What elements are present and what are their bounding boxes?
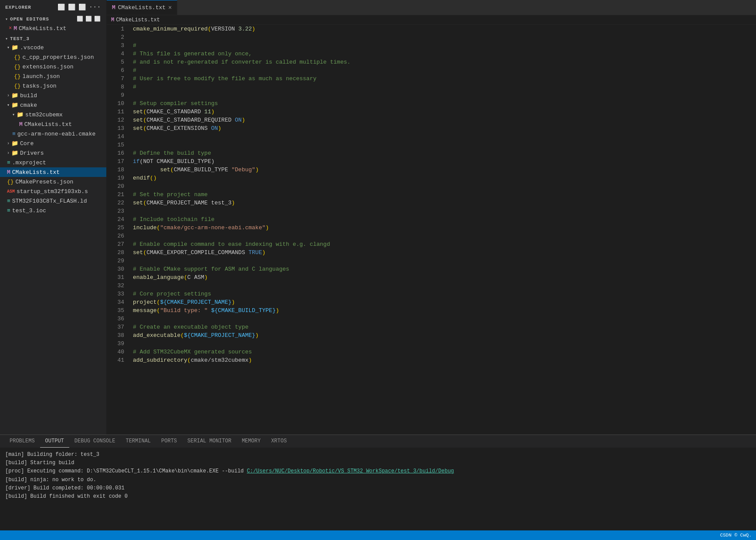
sidebar-content: ▾ OPEN EDITORS ⬜ ⬜ ⬜ × M CMakeLists.txt … [0,14,106,435]
stm32-cmake-file[interactable]: M CMakeLists.txt [0,119,106,129]
json-icon-3: {} [14,73,21,80]
cmake-folder-icon: 📁 [11,102,18,109]
core-label: Core [20,140,34,147]
open-editors-icons: ⬜ ⬜ ⬜ [77,16,101,22]
tasks-file[interactable]: {} tasks.json [0,81,106,91]
build-path-link[interactable]: C:/Users/NUC/Desktop/Robotic/VS_STM32_Wo… [247,468,454,474]
startup-file[interactable]: ASM startup_stm32f103xb.s [0,187,106,196]
collapse-all-icon[interactable]: ⬜ [78,3,86,11]
flash-ld-file[interactable]: ≡ STM32F103C8Tx_FLASH.ld [0,196,106,206]
split-icon[interactable]: ⬜ [94,16,101,22]
close-all-icon[interactable]: ⬜ [85,16,92,22]
ld-icon: ≡ [7,198,10,204]
stm32-folder-icon: 📁 [17,111,24,118]
c-cpp-properties-file[interactable]: {} c_cpp_properties.json [0,52,106,62]
test3-section[interactable]: ▾ TEST_3 [0,35,106,43]
output-line-4: [build] ninja: no work to do. [5,476,751,484]
test3-label: TEST_3 [10,36,30,41]
tab-memory[interactable]: MEMORY [237,435,266,448]
vscode-arrow: ▾ [7,45,10,50]
flash-ld-label: STM32F103C8Tx_FLASH.ld [12,198,87,204]
ioc-label: test_3.ioc [12,207,46,214]
folder-icon: 📁 [11,44,18,51]
tab-bar: M CMakeLists.txt × [107,0,756,15]
panel-tabs: PROBLEMS OUTPUT DEBUG CONSOLE TERMINAL P… [0,435,756,448]
new-file-icon[interactable]: ⬜ [58,3,65,11]
ioc-file[interactable]: ≡ test_3.ioc [0,206,106,215]
tab-debug-console[interactable]: DEBUG CONSOLE [69,435,121,448]
cmake-tab[interactable]: M CMakeLists.txt × [107,0,177,15]
stm32cubemx-folder[interactable]: ▾ 📁 stm32cubemx [0,110,106,119]
panel: PROBLEMS OUTPUT DEBUG CONSOLE TERMINAL P… [0,435,756,530]
status-right: CSDN © CwQ. [720,533,752,538]
extensions-file[interactable]: {} extensions.json [0,62,106,71]
code-content[interactable]: cmake_minimum_required(VERSION 3.22) ## … [129,25,756,435]
tab-output[interactable]: OUTPUT [40,435,69,448]
close-icon[interactable]: × [9,25,12,31]
startup-label: startup_stm32f103xb.s [17,188,88,195]
tab-file-icon: M [112,4,115,11]
cmake-root-label: CMakeLists.txt [12,169,60,176]
tab-problems[interactable]: PROBLEMS [4,435,40,448]
cmake-arrow: ▾ [7,102,10,108]
core-folder-icon: 📁 [11,140,18,147]
extensions-label: extensions.json [23,64,74,70]
drivers-arrow: › [7,151,10,156]
editor-area: M CMakeLists.txt × M CMakeLists.txt 1234… [107,0,756,435]
tab-terminal[interactable]: TERMINAL [120,435,156,448]
cmake-file-icon: ≡ [12,131,16,137]
sidebar-header-icons: ⬜ ⬜ ⬜ ··· [58,3,101,11]
output-line-5: [driver] Build completed: 00:00:00.031 [5,484,751,492]
editor[interactable]: 1234567891011121314151617181920212223242… [107,25,756,435]
cmake-root-icon: M [7,169,10,176]
cmake-folder[interactable]: ▾ 📁 cmake [0,100,106,110]
build-label: build [20,92,37,99]
c-cpp-properties-label: c_cpp_properties.json [23,54,94,61]
open-editor-cmake[interactable]: × M CMakeLists.txt [0,24,106,33]
output-line-1: [main] Building folder: test_3 [5,451,751,459]
breadcrumb-label: CMakeLists.txt [116,17,160,23]
new-folder-icon[interactable]: ⬜ [68,3,76,11]
launch-file[interactable]: {} launch.json [0,71,106,81]
ioc-icon: ≡ [7,207,10,214]
cmake-presets-label: CMakePresets.json [16,179,74,185]
panel-content: [main] Building folder: test_3 [build] S… [0,448,756,530]
output-line-6: [build] Build finished with exit code 0 [5,492,751,501]
open-editors-arrow: ▾ [5,17,8,22]
status-bar: CSDN © CwQ. [0,530,756,540]
cmake-root-file[interactable]: M CMakeLists.txt [0,167,106,177]
drivers-folder[interactable]: › 📁 Drivers [0,148,106,158]
core-folder[interactable]: › 📁 Core [0,139,106,148]
sidebar-title: EXPLORER [5,5,31,10]
drivers-folder-icon: 📁 [11,149,18,156]
cmake-m-icon: M [19,121,23,128]
mxproject-icon: ≡ [7,160,10,166]
more-options-icon[interactable]: ··· [89,3,101,11]
test3-arrow: ▾ [5,36,8,41]
cmake-presets-icon: {} [7,179,14,185]
stm32-label: stm32cubemx [25,112,63,118]
gcc-arm-file[interactable]: ≡ gcc-arm-none-eabi.cmake [0,129,106,139]
tab-xrtos[interactable]: XRTOS [266,435,292,448]
cmake-label: cmake [20,102,37,109]
cmake-presets-file[interactable]: {} CMakePresets.json [0,177,106,187]
build-folder[interactable]: › 📁 build [0,91,106,100]
json-icon: {} [14,54,21,61]
build-arrow: › [7,93,10,98]
sidebar-header: EXPLORER ⬜ ⬜ ⬜ ··· [0,0,106,14]
cmake-tab-label: CMakeLists.txt [118,4,166,11]
tab-serial-monitor[interactable]: SERIAL MONITOR [182,435,237,448]
core-arrow: › [7,141,10,146]
open-editors-label: OPEN EDITORS [10,17,49,22]
mxproject-label: .mxproject [12,160,46,166]
line-numbers: 1234567891011121314151617181920212223242… [107,25,129,435]
asm-icon: ASM [7,189,15,194]
open-editors-section[interactable]: ▾ OPEN EDITORS ⬜ ⬜ ⬜ [0,14,106,24]
save-all-icon[interactable]: ⬜ [77,16,84,22]
stm32-arrow: ▾ [12,112,15,117]
tab-close-button[interactable]: × [168,4,172,11]
tab-ports[interactable]: PORTS [156,435,182,448]
mxproject-file[interactable]: ≡ .mxproject [0,158,106,167]
sidebar: EXPLORER ⬜ ⬜ ⬜ ··· ▾ OPEN EDITORS ⬜ ⬜ ⬜ [0,0,107,435]
vscode-folder[interactable]: ▾ 📁 .vscode [0,43,106,52]
